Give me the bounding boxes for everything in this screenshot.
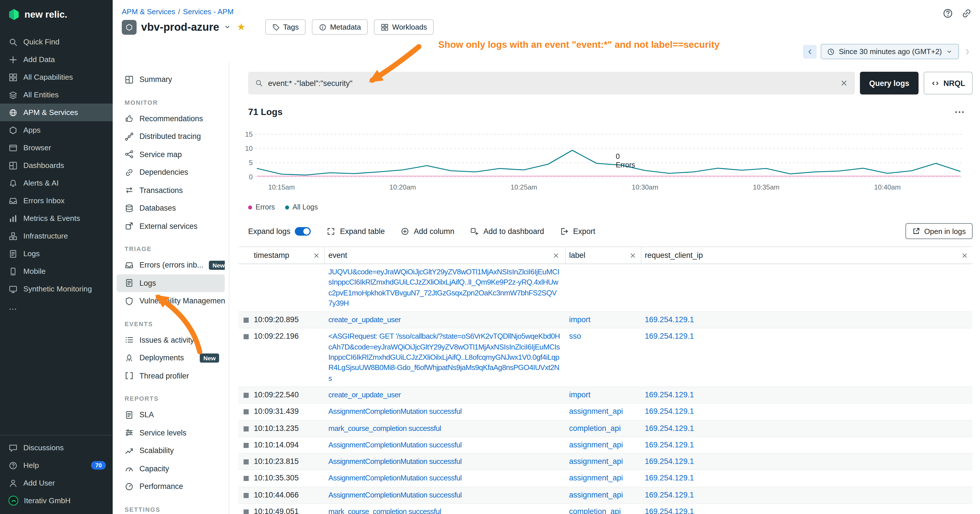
table-row[interactable]: 10:09:22.196 <ASGIRequest: GET '/sso/cal…	[239, 329, 973, 387]
legend-all-logs[interactable]: All Logs	[285, 203, 318, 211]
nav-item-dashboards[interactable]: Dashboards	[0, 156, 113, 174]
log-ip-link[interactable]: 169.254.129.1	[645, 507, 694, 514]
table-row[interactable]: 10:09:22.540 create_or_update_user impor…	[239, 387, 973, 404]
favorite-star-icon[interactable]: ★	[237, 21, 246, 33]
metadata-button[interactable]: Metadata	[312, 19, 368, 35]
log-ip-link[interactable]: 169.254.129.1	[645, 424, 694, 432]
log-event-link[interactable]: AssignmentCompletionMutation successful	[328, 474, 461, 482]
time-back-button[interactable]	[803, 45, 817, 58]
table-row[interactable]: 10:10:35.305 AssignmentCompletionMutatio…	[239, 471, 973, 487]
log-label-link[interactable]: completion_api	[569, 424, 621, 432]
log-label-link[interactable]: assignment_api	[569, 441, 623, 449]
row-marker-icon[interactable]	[243, 443, 249, 448]
row-marker-icon[interactable]	[243, 393, 249, 398]
table-row[interactable]: 10:10:44.066 AssignmentCompletionMutatio…	[239, 487, 973, 504]
add-column-button[interactable]: Add column	[401, 227, 455, 236]
logs-volume-chart[interactable]: 05101510:15am10:20am10:25am10:30am10:35a…	[242, 131, 966, 193]
row-marker-icon[interactable]	[243, 509, 249, 514]
log-label-link[interactable]: import	[569, 315, 590, 324]
log-ip-link[interactable]: 169.254.129.1	[645, 441, 694, 449]
log-label-link[interactable]: import	[569, 390, 590, 399]
row-marker-icon[interactable]	[243, 334, 249, 339]
open-in-logs-button[interactable]: Open in logs	[905, 223, 973, 239]
expand-logs-toggle[interactable]: Expand logs	[248, 227, 311, 236]
log-label-link[interactable]: assignment_api	[569, 491, 623, 499]
log-ip-link[interactable]: 169.254.129.1	[645, 390, 694, 399]
log-ip-link[interactable]: 169.254.129.1	[645, 315, 694, 324]
log-ip-link[interactable]: 169.254.129.1	[645, 407, 694, 416]
table-row[interactable]: 10:10:23.815 AssignmentCompletionMutatio…	[239, 454, 973, 471]
table-row[interactable]: 10:10:49.051 mark_course_completion succ…	[239, 504, 973, 514]
table-row[interactable]: 10:09:31.439 AssignmentCompletionMutatio…	[239, 404, 973, 421]
log-label-link[interactable]: sso	[569, 332, 581, 341]
subnav-item-capacity[interactable]: Capacity	[117, 460, 225, 477]
log-event-link[interactable]: create_or_update_user	[328, 315, 401, 324]
nrql-button[interactable]: NRQL	[924, 72, 973, 94]
timestamp-column-header[interactable]: timestamp	[254, 247, 325, 264]
log-search-input[interactable]	[268, 79, 835, 88]
nav-item-all-capabilities[interactable]: All Capabilities	[0, 68, 113, 86]
row-marker-icon[interactable]	[243, 493, 249, 498]
log-event-link[interactable]: JUQVU&code=eyJraWQiOiJjcGltY29yZV8wOTl1M…	[328, 267, 559, 307]
breadcrumb-apm-services[interactable]: APM & Services	[122, 7, 175, 16]
label-column-header[interactable]: label	[566, 247, 641, 264]
permalink-icon[interactable]	[961, 8, 972, 19]
subnav-item-logs[interactable]: Logs	[117, 274, 225, 292]
log-search-box[interactable]	[248, 72, 855, 94]
toggle-on-icon[interactable]	[295, 227, 311, 236]
subnav-item-vulnerability-management[interactable]: Vulnerability Management	[117, 292, 225, 310]
table-row[interactable]: 10:10:13.235 mark_course_completion succ…	[239, 420, 973, 437]
row-marker-icon[interactable]	[243, 318, 249, 323]
log-ip-link[interactable]: 169.254.129.1	[645, 457, 694, 466]
log-ip-link[interactable]: 169.254.129.1	[645, 474, 694, 482]
subnav-item-issues-activity[interactable]: Issues & activity	[117, 331, 225, 349]
nav-item-mobile[interactable]: Mobile	[0, 263, 113, 280]
subnav-item-performance[interactable]: Performance	[117, 477, 225, 495]
time-forward-button[interactable]	[963, 47, 972, 56]
subnav-item-sla[interactable]: SLA	[117, 406, 225, 424]
query-logs-button[interactable]: Query logs	[860, 72, 918, 94]
chart-options-icon[interactable]	[955, 107, 965, 117]
log-event-link[interactable]: AssignmentCompletionMutation successful	[328, 491, 461, 499]
nav-item-help[interactable]: Help70	[0, 457, 113, 474]
row-marker-icon[interactable]	[243, 476, 249, 481]
subnav-item-scalability[interactable]: Scalability	[117, 442, 225, 460]
event-column-header[interactable]: event	[325, 247, 566, 264]
subnav-item-distributed-tracing[interactable]: Distributed tracing	[117, 127, 225, 145]
log-ip-link[interactable]: 169.254.129.1	[645, 491, 694, 499]
nav-item-discussions[interactable]: Discussions	[0, 439, 113, 457]
nav-item-infrastructure[interactable]: Infrastructure	[0, 227, 113, 245]
workloads-button[interactable]: Workloads	[374, 19, 434, 35]
subnav-item-databases[interactable]: Databases	[117, 199, 225, 217]
remove-event-column-icon[interactable]	[553, 252, 560, 259]
subnav-item-summary[interactable]: Summary	[117, 71, 225, 89]
subnav-item-transactions[interactable]: Transactions	[117, 181, 225, 199]
nav-item-browser[interactable]: Browser	[0, 139, 113, 156]
nav-item-quick-find[interactable]: Quick Find	[0, 33, 113, 51]
nav-item-errors-inbox[interactable]: Errors Inbox	[0, 192, 113, 210]
nav-item-add-user[interactable]: Add User	[0, 474, 113, 492]
log-event-link[interactable]: mark_course_completion successful	[328, 424, 441, 432]
subnav-item-service-levels[interactable]: Service levels	[117, 424, 225, 442]
log-event-link[interactable]: AssignmentCompletionMutation successful	[328, 407, 461, 416]
remove-label-column-icon[interactable]	[630, 252, 636, 259]
expand-table-button[interactable]: Expand table	[327, 227, 385, 236]
log-label-link[interactable]: assignment_api	[569, 407, 623, 416]
subnav-item-errors-inbox[interactable]: Errors (errors inb...New	[117, 256, 225, 274]
nav-item-alerts-ai[interactable]: Alerts & AI	[0, 174, 113, 192]
log-ip-link[interactable]: 169.254.129.1	[645, 332, 694, 341]
table-row[interactable]: 10:10:14.094 AssignmentCompletionMutatio…	[239, 437, 973, 454]
clear-search-icon[interactable]	[840, 79, 848, 87]
help-circle-icon[interactable]	[942, 8, 953, 19]
nav-item-add-data[interactable]: Add Data	[0, 51, 113, 68]
legend-errors[interactable]: Errors	[248, 203, 275, 211]
nav-item-logs[interactable]: Logs	[0, 245, 113, 263]
tags-button[interactable]: Tags	[265, 19, 305, 35]
new-relic-logo[interactable]: new relic.	[0, 0, 113, 26]
breadcrumb-services-apm[interactable]: Services - APM	[183, 7, 234, 16]
log-label-link[interactable]: completion_api	[569, 507, 621, 514]
export-button[interactable]: Export	[560, 227, 595, 236]
subnav-item-thread-profiler[interactable]: Thread profiler	[117, 367, 225, 385]
log-event-link[interactable]: mark_course_completion successful	[328, 507, 441, 514]
nav-item-metrics-events[interactable]: Metrics & Events	[0, 210, 113, 227]
